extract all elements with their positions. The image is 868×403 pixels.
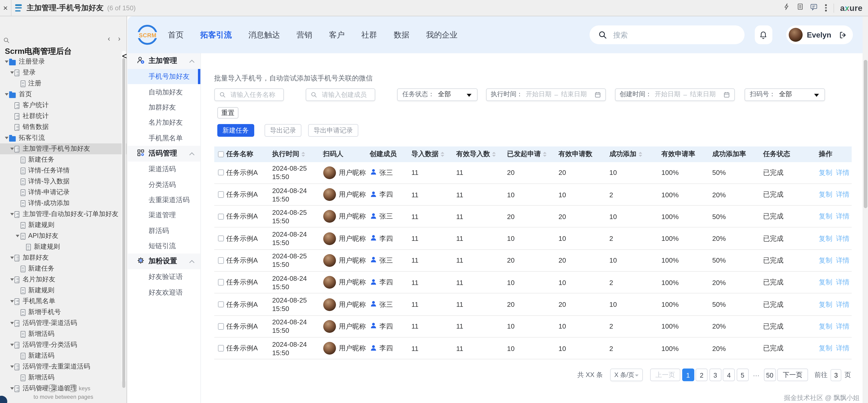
page-button-5[interactable]: 5 (737, 369, 749, 382)
nav-item-我的企业[interactable]: 我的企业 (426, 29, 458, 40)
end-date[interactable]: 结束日期 (690, 90, 716, 99)
caret-down-icon[interactable] (9, 213, 15, 216)
task-name-input[interactable] (229, 90, 281, 99)
main-scrollbar[interactable] (863, 17, 868, 403)
nav-item-拓客引流[interactable]: 拓客引流 (200, 29, 232, 40)
caret-down-icon[interactable] (4, 137, 9, 140)
column-header-导入数据[interactable]: 导入数据 (411, 150, 456, 159)
copy-link[interactable]: 复制 (819, 234, 832, 243)
creator-input[interactable] (320, 90, 372, 99)
column-header-有效申请率[interactable]: 有效申请率 (661, 150, 712, 159)
column-header-任务状态[interactable]: 任务状态 (763, 150, 819, 159)
tree-item[interactable]: 活码管理-渠道活码 (0, 318, 127, 329)
caret-down-icon[interactable] (9, 257, 15, 259)
row-checkbox[interactable] (218, 323, 224, 330)
caret-down-icon[interactable] (4, 93, 9, 96)
detail-link[interactable]: 详情 (836, 168, 849, 177)
column-header-有效申请数[interactable]: 有效申请数 (558, 150, 609, 159)
search-input[interactable] (612, 30, 727, 40)
tree-item[interactable]: 销售数据 (0, 122, 127, 133)
tree-item[interactable]: 新建规则 (0, 285, 127, 296)
column-header-成功添加[interactable]: 成功添加 (609, 150, 661, 159)
task-status-select[interactable]: 任务状态： 全部 (397, 88, 477, 101)
sort-icon[interactable] (639, 152, 642, 157)
chevron-right-icon[interactable]: › (116, 35, 123, 43)
column-header-任务名称[interactable]: 任务名称 (226, 150, 272, 159)
pages-menu-icon[interactable] (15, 4, 22, 12)
tree-item[interactable]: 手机黑名单 (0, 296, 127, 307)
caret-down-icon[interactable] (9, 344, 15, 346)
tree-item[interactable]: 新建活码 (0, 350, 127, 362)
exec-time-range[interactable]: 执行时间： 开始日期 – 结束日期 (486, 88, 606, 101)
tree-item[interactable]: 登录 (0, 67, 127, 78)
column-header-已发起申请[interactable]: 已发起申请 (507, 150, 558, 159)
submenu-item-加群好友[interactable]: 加群好友 (128, 100, 200, 115)
row-checkbox[interactable] (218, 169, 224, 176)
nav-item-社群[interactable]: 社群 (361, 29, 377, 40)
sidebar-scrollbar-thumb[interactable] (122, 58, 125, 388)
caret-down-icon[interactable] (9, 300, 15, 303)
tree-item[interactable]: 社群统计 (0, 111, 127, 122)
export-apply-button[interactable]: 导出申请记录 (308, 124, 358, 137)
nav-item-消息触达[interactable]: 消息触达 (248, 29, 280, 40)
copy-link[interactable]: 复制 (819, 278, 832, 287)
copy-link[interactable]: 复制 (819, 300, 832, 309)
submenu-section-活码管理[interactable]: 活码管理 (128, 146, 200, 161)
copy-link[interactable]: 复制 (819, 190, 832, 199)
row-checkbox[interactable] (218, 279, 224, 286)
chevron-up-icon[interactable] (189, 260, 194, 265)
tree-item[interactable]: 注册 (0, 78, 127, 89)
caret-down-icon[interactable] (9, 279, 15, 281)
nav-item-营销[interactable]: 营销 (297, 29, 312, 40)
tree-item[interactable]: 拓客引流 (0, 133, 127, 144)
copy-link[interactable]: 复制 (819, 344, 832, 353)
header-search[interactable] (590, 26, 745, 44)
detail-link[interactable]: 详情 (836, 344, 849, 353)
detail-link[interactable]: 详情 (836, 190, 849, 199)
tree-item[interactable]: 详情-成功添加 (0, 198, 127, 209)
submenu-section-加粉设置[interactable]: 加粉设置 (128, 254, 200, 270)
new-task-button[interactable]: 新建任务 (217, 124, 254, 137)
tree-item[interactable]: 客户统计 (0, 100, 127, 111)
submenu-item-手机黑名单[interactable]: 手机黑名单 (128, 130, 200, 146)
column-header-扫码人[interactable]: 扫码人 (323, 150, 370, 159)
select-all-checkbox[interactable] (218, 151, 224, 158)
row-checkbox[interactable] (218, 213, 224, 220)
creator-filter[interactable] (306, 88, 375, 101)
chevron-up-icon[interactable] (189, 60, 194, 65)
task-name-filter[interactable] (214, 88, 284, 101)
caret-down-icon[interactable] (9, 322, 15, 324)
caret-down-icon[interactable] (9, 72, 15, 74)
nav-item-客户[interactable]: 客户 (329, 29, 345, 40)
caret-down-icon[interactable] (15, 235, 20, 238)
detail-link[interactable]: 详情 (836, 322, 849, 331)
chevron-up-icon[interactable] (189, 152, 194, 157)
main-scrollbar-thumb[interactable] (864, 60, 867, 208)
tree-item[interactable]: 新增手机号 (0, 307, 127, 318)
tree-item[interactable]: 活码管理-分类活码 (0, 340, 127, 350)
tree-item[interactable]: 活码管理-去重渠道活码 (0, 362, 127, 372)
nav-item-首页[interactable]: 首页 (168, 29, 184, 40)
start-date[interactable]: 开始日期 (655, 90, 680, 99)
submenu-item-名片加好友[interactable]: 名片加好友 (128, 115, 200, 130)
notifications-button[interactable] (755, 26, 772, 44)
page-size-select[interactable]: X 条/页 (610, 369, 643, 381)
tree-item[interactable]: 新增活码 (0, 372, 127, 383)
scan-account-select[interactable]: 扫码号： 全部 (744, 88, 825, 101)
caret-down-icon[interactable] (9, 148, 15, 150)
caret-down-icon[interactable] (9, 366, 15, 368)
column-header-成功添加率[interactable]: 成功添加率 (712, 150, 763, 159)
row-checkbox[interactable] (218, 191, 224, 198)
copy-link[interactable]: 复制 (819, 256, 832, 265)
tree-item[interactable]: 首页 (0, 89, 127, 100)
page-button-2[interactable]: 2 (696, 369, 708, 382)
row-checkbox[interactable] (218, 257, 224, 264)
column-header-有效导入数[interactable]: 有效导入数 (456, 150, 507, 159)
row-checkbox[interactable] (218, 301, 224, 308)
kebab-icon[interactable] (824, 4, 828, 11)
start-date[interactable]: 开始日期 (526, 90, 551, 99)
user-menu[interactable]: Evelyn (786, 26, 853, 44)
nav-item-数据[interactable]: 数据 (394, 29, 409, 40)
lightning-icon[interactable] (783, 3, 791, 13)
tree-item[interactable]: 新建规则 (0, 242, 127, 252)
